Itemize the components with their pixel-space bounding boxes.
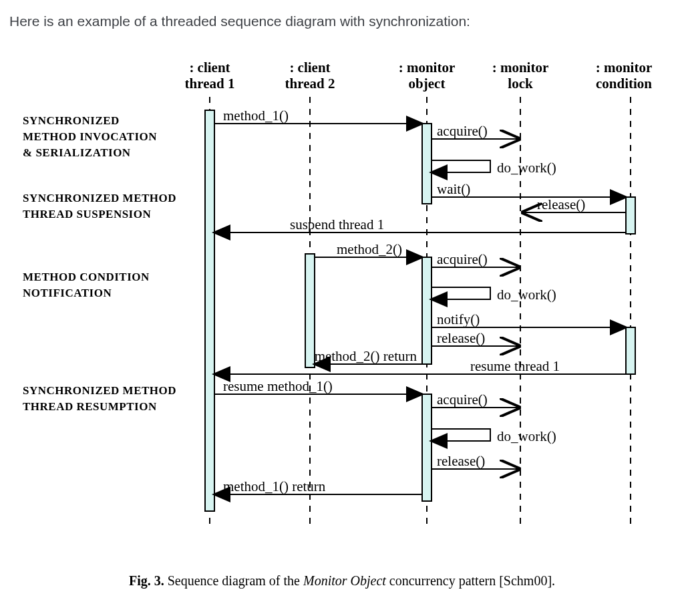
caption-fig: Fig. 3. xyxy=(129,573,164,588)
lifeline-client-thread-2b: thread 2 xyxy=(285,75,335,92)
caption-italic: Monitor Object xyxy=(303,573,386,588)
intro-text: Here is an example of a threaded sequenc… xyxy=(9,13,470,29)
lifeline-monitor-lock: : monitor xyxy=(492,60,549,75)
msg-notify: notify() xyxy=(437,311,480,327)
activation-monitor-1 xyxy=(422,124,432,204)
activation-cond-1 xyxy=(626,197,635,234)
msg-acquire3: acquire() xyxy=(437,392,488,408)
msg-release3: release() xyxy=(437,453,485,469)
msg-release2: release() xyxy=(437,330,485,346)
msg-method1: method_1() xyxy=(223,108,289,124)
msg-resumemethod1: resume method_1() xyxy=(223,378,333,394)
msg-resumethread1: resume thread 1 xyxy=(470,358,560,374)
phase-3b: NOTIFICATION xyxy=(23,287,112,299)
phase-1c: & SERIALIZATION xyxy=(23,146,131,159)
msg-release1: release() xyxy=(537,196,585,212)
msg-dowork3: do_work() xyxy=(497,428,556,444)
msg-acquire2: acquire() xyxy=(437,251,488,267)
caption-tail: concurrency pattern [Schm00]. xyxy=(386,573,555,588)
msg-method1return: method_1() return xyxy=(223,478,326,494)
phase-2a: SYNCHRONIZED METHOD xyxy=(23,192,176,204)
phase-2b: THREAD SUSPENSION xyxy=(23,208,151,220)
lifeline-client-thread-1b: thread 1 xyxy=(185,75,235,92)
msg-suspend: suspend thread 1 xyxy=(290,216,384,233)
activation-monitor-2 xyxy=(422,257,432,364)
msg-method2: method_2() xyxy=(337,241,402,257)
msg-dowork1: do_work() xyxy=(497,160,556,176)
activation-cond-2 xyxy=(626,327,635,374)
figure-caption: Fig. 3. Sequence diagram of the Monitor … xyxy=(0,573,684,589)
caption-text: Sequence diagram of the xyxy=(164,573,303,588)
msg-wait: wait() xyxy=(437,181,470,197)
lifeline-monitor-objectb: object xyxy=(409,75,446,92)
phase-1a: SYNCHRONIZED xyxy=(23,114,120,127)
activation-client1 xyxy=(205,110,214,511)
activation-monitor-3 xyxy=(422,394,432,501)
phase-3a: METHOD CONDITION xyxy=(23,271,150,283)
lifeline-monitor-object: : monitor xyxy=(399,60,456,75)
phase-1b: METHOD INVOCATION xyxy=(23,130,157,143)
lifeline-monitor-cond: : monitor xyxy=(596,60,653,75)
lifeline-monitor-condb: condition xyxy=(596,75,652,92)
sequence-diagram: : client thread 1 : client thread 2 : mo… xyxy=(16,60,671,541)
lifeline-client-thread-1: : client xyxy=(189,60,230,75)
activation-client2 xyxy=(305,254,315,367)
msg-dowork2: do_work() xyxy=(497,287,556,303)
lifeline-client-thread-2: : client xyxy=(289,60,330,75)
lifeline-monitor-lockb: lock xyxy=(508,75,533,92)
phase-4a: SYNCHRONIZED METHOD xyxy=(23,384,176,397)
msg-method2return: method_2() return xyxy=(315,348,417,364)
msg-acquire1: acquire() xyxy=(437,123,488,139)
phase-4b: THREAD RESUMPTION xyxy=(23,400,157,413)
